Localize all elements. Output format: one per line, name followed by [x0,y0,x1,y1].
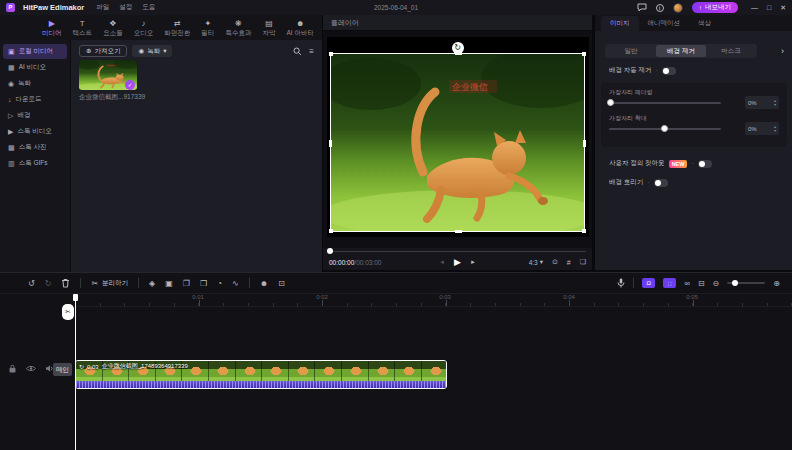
stepper-down-icon[interactable]: ▾ [774,129,776,133]
menu-help[interactable]: 도움 [142,3,155,12]
feather-slider-knob[interactable] [607,99,614,106]
record-button[interactable]: ◉ 녹화 ▾ [132,45,172,57]
zoom-out-icon[interactable]: ⊖ [713,279,720,288]
video-canvas[interactable]: ↻ [327,37,589,237]
clip-duration: 0:03 [87,364,99,370]
selection-bounding-box[interactable]: ↻ [330,53,585,232]
sidebar-item-stock-gifs[interactable]: ▥ 스톡 GIFs [3,156,67,171]
pip-icon[interactable]: ❒ [200,279,207,288]
crop-icon[interactable]: ❐ [183,279,190,288]
tab-animation[interactable]: 애니메이션 [639,16,690,31]
redo-icon[interactable]: ↻ [45,279,52,288]
tab-effects[interactable]: ❋ 특수효과 [225,19,251,38]
tab-image[interactable]: 이미지 [601,16,639,31]
playhead-handle[interactable] [73,294,78,301]
subtab-general[interactable]: 일반 [606,45,656,57]
freeze-frame-icon[interactable]: ▣ [165,279,173,288]
tab-audio[interactable]: ♪ 오디오 [134,19,154,38]
handle-bottom-center[interactable] [455,230,462,233]
magnet-snap-button[interactable]: Ω [642,278,655,288]
tab-filters[interactable]: ✦ 필터 [201,19,214,38]
player-panel: 플레이어 ↻ 00:00:00 / [322,15,592,270]
avatar-tool-icon[interactable]: ☻ [260,279,268,288]
subtab-bg-remove[interactable]: 배경 제거 [656,45,706,57]
feather-value-box[interactable]: 0% ▴ ▾ [745,96,779,109]
snapshot-icon[interactable]: ⊙ [552,258,558,266]
handle-mid-right[interactable] [583,140,586,147]
subtabs-next-icon[interactable]: › [781,44,784,58]
lock-icon[interactable] [8,364,17,373]
expand-slider[interactable] [609,128,721,130]
feather-slider[interactable] [609,102,721,104]
timeline-clip[interactable]: ↻ 0:03 企业微信截图_17489364917339 [75,360,447,389]
timeline-zoom-slider[interactable] [727,282,765,284]
info-dot-icon: · [691,160,693,167]
ripple-edit-icon[interactable]: ⊟ [698,279,705,288]
split-button[interactable]: ✂ 분리하기 [91,279,128,288]
sidebar-item-ai-video[interactable]: ▦ AI 비디오 [3,60,67,75]
tab-text[interactable]: T 텍스트 [73,19,93,38]
info-icon[interactable]: i [656,4,664,12]
import-button[interactable]: ⊕ 가져오기 [79,45,127,57]
play-button[interactable]: ▶ [454,257,461,267]
playhead-split-tool[interactable]: ✂ [62,304,74,320]
seek-bar[interactable] [329,251,586,252]
playhead[interactable] [75,294,76,450]
sidebar-item-local-media[interactable]: ▣ 로컬 미디어 [3,44,67,59]
grid-icon[interactable]: # [567,259,571,266]
tab-ai-avatar[interactable]: ☻ AI 아바타 [287,19,314,38]
audio-wave-icon[interactable]: ∿ [232,279,239,288]
microphone-icon[interactable] [617,278,625,288]
visibility-icon[interactable] [26,365,36,372]
zoom-in-icon[interactable]: ⊕ [773,279,780,288]
tab-color[interactable]: 색상 [689,16,720,31]
close-button[interactable]: ✕ [780,4,786,12]
export-button[interactable]: ↑ 내보내기 [692,2,738,13]
sidebar-item-record[interactable]: ◉ 녹화 [3,76,67,91]
link-icon[interactable]: ∞ [684,279,690,288]
expand-slider-knob[interactable] [661,125,668,132]
stepper-down-icon[interactable]: ▾ [774,103,776,107]
clip-thumb [315,361,342,383]
auto-remove-toggle[interactable] [662,67,676,75]
tab-elements[interactable]: ❖ 요소들 [103,19,123,38]
tab-transitions[interactable]: ⇄ 화면전환 [164,19,190,38]
tab-subtitles[interactable]: ▤ 자막 [262,19,275,38]
menu-file[interactable]: 파일 [96,3,109,12]
maximize-button[interactable]: □ [767,4,771,12]
previous-frame-button[interactable]: ◄ [439,259,445,265]
time-ruler[interactable]: 0:01 0:02 0:03 0:04 0:05 [75,294,792,307]
background-blur-toggle[interactable] [654,179,668,187]
seek-knob[interactable] [327,248,333,254]
handle-bottom-left[interactable] [329,229,333,233]
sidebar-item-background[interactable]: ▷ 배경 [3,108,67,123]
minimize-button[interactable]: — [751,4,758,12]
speed-icon[interactable]: ◔ [217,279,222,288]
feedback-icon[interactable] [637,3,647,12]
search-icon[interactable] [293,47,302,56]
subtab-mask[interactable]: 마스크 [706,45,756,57]
tab-media[interactable]: ▶ 미디어 [42,19,62,38]
sidebar-item-download[interactable]: ↓ 다운로드 [3,92,67,107]
delete-icon[interactable] [61,278,70,288]
undo-icon[interactable]: ↺ [28,279,35,288]
handle-mid-left[interactable] [329,140,332,147]
expand-value-box[interactable]: 0% ▴ ▾ [745,122,779,135]
fullscreen-icon[interactable]: ❏ [580,258,586,266]
aspect-ratio-select[interactable]: 4:3 ▾ [529,258,543,266]
menu-settings[interactable]: 설정 [119,3,132,12]
custom-cutout-toggle[interactable] [698,160,712,168]
next-frame-button[interactable]: ► [470,259,476,265]
auto-track-button[interactable]: ∷ [663,278,676,288]
snapshot-tool-icon[interactable]: ⊡ [278,279,285,288]
sort-icon[interactable]: ≡ [309,47,314,56]
handle-top-left[interactable] [329,52,333,56]
user-avatar[interactable] [673,3,683,13]
handle-top-center[interactable] [455,52,462,55]
sidebar-item-stock-video[interactable]: ▶ 스톡 비디오 [3,124,67,139]
marker-icon[interactable]: ◈ [149,279,155,288]
background-icon: ▷ [8,112,13,120]
handle-top-right[interactable] [582,52,586,56]
sidebar-item-stock-photo[interactable]: ▩ 스톡 사진 [3,140,67,155]
handle-bottom-right[interactable] [582,229,586,233]
